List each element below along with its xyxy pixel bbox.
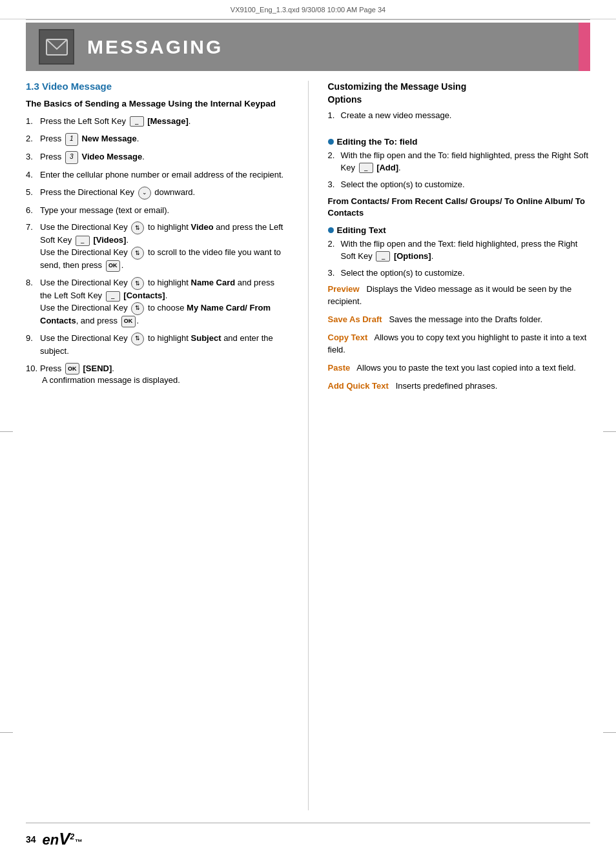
from-contacts-subheading: From Contacts/ From Recent Calls/ Groups… [328,196,591,219]
step-7: 7. Use the Directional Key ⇅ to highligh… [26,221,289,272]
left-column: 1.3 Video Message The Basics of Sending … [26,74,289,817]
dir-key-icon-9: ⇅ [131,333,144,345]
dir-key-icon-7b: ⇅ [131,247,144,260]
right-column: Customizing the Message Using Options 1.… [328,74,591,817]
section-title: 1.3 Video Message [26,81,289,92]
step-1: 1. Press the Left Soft Key ⎯ [Message]. [26,116,289,128]
option-copy-text: Copy Text Allows you to copy text you hi… [328,332,591,356]
ok-key-icon-8: OK [121,316,136,327]
page-header: MESSAGING [26,23,590,71]
bullet-dot-2 [328,227,334,233]
right-step-1: 1. Create a new video message. [328,110,591,122]
step-9: 9. Use the Directional Key ⇅ to highligh… [26,333,289,358]
step-6: 6. Type your message (text or email). [26,205,289,217]
bottom-border-line [26,823,590,823]
bullet1-step-3: 3. Select the option(s) to customize. [328,179,591,191]
sub-heading: The Basics of Sending a Message Using th… [26,98,289,110]
option-paste: Paste Allows you to paste the text you l… [328,362,591,375]
bullet2-step-3: 3. Select the option(s) to customize. [328,267,591,280]
left-crop-mark-bottom [0,732,13,733]
bullet-dot-1 [328,139,334,145]
left-soft-key-icon-7: ⎯ [76,236,90,246]
steps-list: 1. Press the Left Soft Key ⎯ [Message]. … [26,116,289,387]
ok-key-icon-7: OK [106,260,120,272]
bullet-editing-to: Editing the To: field 2. With the flip o… [328,137,591,219]
bullet-heading-text: Editing Text [328,225,591,235]
top-ruler: VX9100_Eng_1.3.qxd 9/30/08 10:00 AM Page… [0,0,616,19]
step-8: 8. Use the Directional Key ⇅ to highligh… [26,277,289,327]
bullet1-steps: 2. With the flip open and the To: field … [328,150,591,191]
ruler-text: VX9100_Eng_1.3.qxd 9/30/08 10:00 AM Page… [39,6,577,14]
right-soft-key-icon-add: ⎯ [359,163,373,173]
bullet-editing-text: Editing Text 2. With the flip open and t… [328,225,591,392]
left-soft-key-icon-8: ⎯ [106,291,120,302]
messaging-icon-box [39,29,74,65]
main-content: 1.3 Video Message The Basics of Sending … [26,74,590,817]
left-crop-mark [0,431,13,432]
key-3-icon: 3 [65,151,78,164]
page-title: MESSAGING [87,36,223,58]
bullet2-steps: 2. With the flip open and the Text: fiel… [328,238,591,280]
column-divider [308,81,309,810]
step-2: 2. Press 1 New Message. [26,133,289,146]
bullet2-step-2: 2. With the flip open and the Text: fiel… [328,238,591,263]
step-10: 10. Press OK [SEND]. A confirmation mess… [26,363,289,387]
right-crop-mark [603,431,616,432]
bullet1-step-2: 2. With the flip open and the To: field … [328,150,591,174]
right-crop-mark-bottom [603,732,616,733]
right-soft-key-icon-opts: ⎯ [376,251,390,262]
page-footer: 34 enV2™ [26,829,590,849]
right-main-heading: Customizing the Message Using Options [328,81,591,106]
option-preview: Preview Displays the Video message as it… [328,283,591,308]
brand-logo: enV2™ [43,829,83,849]
option-add-quick-text: Add Quick Text Inserts predefined phrase… [328,380,591,393]
key-1-icon: 1 [65,133,78,146]
left-soft-key-icon: ⎯ [130,116,144,127]
step-4: 4. Enter the cellular phone number or em… [26,169,289,181]
right-step1-list: 1. Create a new video message. [328,110,591,122]
dir-key-down-icon: ⌄ [138,187,151,200]
pink-tab [579,23,590,71]
top-border-line [26,19,590,20]
bullet-heading-to: Editing the To: field [328,137,591,147]
option-save-as-draft: Save As Draft Saves the message into the… [328,314,591,326]
dir-key-icon-7a: ⇅ [131,221,144,234]
step-5: 5. Press the Directional Key ⌄ downward. [26,187,289,200]
step-3: 3. Press 3 Video Message. [26,151,289,164]
ok-key-icon-10: OK [65,363,79,375]
envelope-icon [46,39,68,56]
dir-key-icon-8b: ⇅ [131,302,144,315]
dir-key-icon-8a: ⇅ [131,277,144,290]
page-number: 34 [26,834,36,845]
